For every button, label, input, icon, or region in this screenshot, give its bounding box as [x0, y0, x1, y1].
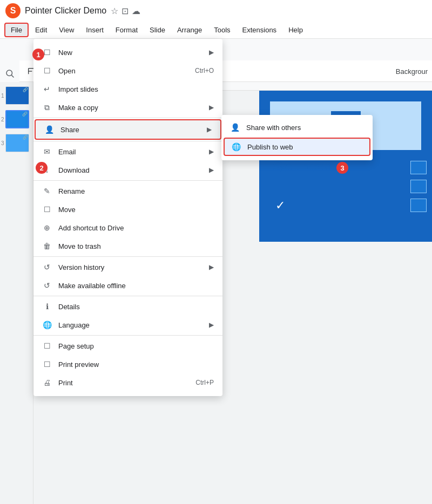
- star-icon[interactable]: ☆: [111, 6, 118, 16]
- language-arrow: ▶: [209, 321, 214, 329]
- details-icon: ℹ: [42, 302, 52, 311]
- slide-thumb-3[interactable]: 3 🔗: [5, 134, 28, 152]
- publish-icon: 🌐: [231, 142, 241, 152]
- title-bar: S Pointer Clicker Demo ☆ ⊡ ☁: [0, 0, 432, 22]
- file-menu: ☐ New ▶ ☐ Open Ctrl+O ↵ Import slides ⧉ …: [33, 39, 222, 396]
- submenu-item-share-others[interactable]: 👤 Share with others: [221, 118, 373, 137]
- menu-bar: File Edit View Insert Format Slide Arran…: [0, 22, 432, 39]
- menu-item-move[interactable]: ☐ Move: [33, 200, 222, 219]
- submenu-item-publish[interactable]: 🌐 Publish to web: [224, 138, 370, 156]
- menu-item-open[interactable]: ☐ Open Ctrl+O: [33, 62, 222, 80]
- open-icon: ☐: [42, 66, 52, 76]
- menu-item-pagesetup[interactable]: ☐ Page setup: [33, 337, 222, 355]
- download-label: Download: [58, 166, 202, 174]
- share-icon: 👤: [44, 125, 54, 134]
- menu-item-copy[interactable]: ⧉ Make a copy ▶: [33, 98, 222, 117]
- menu-group-1: ☐ New ▶ ☐ Open Ctrl+O ↵ Import slides ⧉ …: [33, 42, 222, 118]
- app-logo: S: [5, 3, 21, 18]
- menu-item-email[interactable]: ✉ Email ▶: [33, 142, 222, 161]
- version-label: Version history: [58, 263, 202, 271]
- menu-item-preview[interactable]: ☐ Print preview: [33, 355, 222, 373]
- shortcut-icon: ⊕: [42, 223, 52, 233]
- menu-item-details[interactable]: ℹ Details: [33, 297, 222, 316]
- menu-arrange[interactable]: Arrange: [172, 24, 207, 36]
- menu-help[interactable]: Help: [283, 24, 308, 36]
- small-box-1: [410, 161, 427, 174]
- menu-item-print[interactable]: 🖨 Print Ctrl+P: [33, 373, 222, 392]
- svg-point-0: [6, 70, 12, 76]
- offline-label: Make available offline: [58, 282, 214, 290]
- email-label: Email: [58, 148, 202, 156]
- step-badge-3: 3: [336, 162, 348, 174]
- slide-thumb-2[interactable]: 2 🔗: [5, 110, 28, 128]
- download-arrow: ▶: [209, 166, 214, 174]
- copy-label: Make a copy: [58, 104, 202, 112]
- menu-item-share[interactable]: 👤 Share ▶: [35, 119, 221, 140]
- checkmark-icon: ✓: [275, 199, 285, 213]
- menu-item-trash[interactable]: 🗑 Move to trash: [33, 237, 222, 255]
- preview-icon: ☐: [42, 359, 52, 369]
- link-icon-1: 🔗: [23, 87, 28, 92]
- version-icon: ↺: [42, 262, 52, 272]
- menu-view[interactable]: View: [53, 24, 79, 36]
- menu-item-new[interactable]: ☐ New ▶: [33, 43, 222, 62]
- pagesetup-icon: ☐: [42, 341, 52, 351]
- menu-item-shortcut[interactable]: ⊕ Add shortcut to Drive: [33, 219, 222, 237]
- menu-item-offline[interactable]: ↺ Make available offline: [33, 276, 222, 295]
- preview-label: Print preview: [58, 360, 214, 369]
- menu-group-4: ✎ Rename ☐ Move ⊕ Add shortcut to Drive …: [33, 181, 222, 257]
- trash-label: Move to trash: [58, 242, 214, 250]
- slide-thumb-1[interactable]: 1 🔗: [5, 86, 28, 105]
- language-icon: 🌐: [42, 320, 52, 330]
- share-label: Share: [60, 126, 200, 134]
- rename-label: Rename: [58, 187, 214, 195]
- link-icon-2: 🔗: [22, 112, 28, 117]
- slide-number-2: 2: [1, 117, 4, 122]
- open-label: Open: [58, 67, 188, 75]
- rename-icon: ✎: [42, 186, 52, 196]
- camera-icon[interactable]: ⊡: [122, 6, 129, 16]
- menu-file[interactable]: File: [4, 23, 29, 37]
- menu-insert[interactable]: Insert: [80, 24, 109, 36]
- menu-extensions[interactable]: Extensions: [237, 24, 282, 36]
- search-button[interactable]: [0, 64, 19, 83]
- print-shortcut: Ctrl+P: [195, 379, 214, 386]
- share-submenu: 👤 Share with others 🌐 Publish to web: [221, 115, 373, 160]
- new-label: New: [58, 49, 202, 57]
- open-shortcut: Ctrl+O: [195, 67, 214, 74]
- menu-edit[interactable]: Edit: [30, 24, 52, 36]
- shortcut-label: Add shortcut to Drive: [58, 224, 214, 232]
- step-badge-2: 2: [36, 162, 48, 174]
- copy-arrow: ▶: [209, 104, 214, 111]
- language-label: Language: [58, 321, 202, 329]
- menu-item-version[interactable]: ↺ Version history ▶: [33, 258, 222, 276]
- menu-group-3: ✉ Email ▶ ↓ Download ▶: [33, 141, 222, 181]
- import-icon: ↵: [42, 84, 52, 94]
- menu-item-rename[interactable]: ✎ Rename: [33, 182, 222, 200]
- share-others-icon: 👤: [230, 122, 240, 132]
- cloud-icon[interactable]: ☁: [132, 6, 140, 16]
- link-icon-3: 🔗: [23, 135, 28, 140]
- slide-panel: 1 🔗 2 🔗 3 🔗: [0, 82, 33, 504]
- background-label: Backgrour: [396, 67, 428, 75]
- import-label: Import slides: [58, 85, 214, 93]
- details-label: Details: [58, 303, 214, 311]
- menu-group-share: 👤 Share ▶ 👤 Share with others 🌐 Publish …: [33, 118, 222, 141]
- menu-item-import[interactable]: ↵ Import slides: [33, 80, 222, 98]
- menu-format[interactable]: Format: [110, 24, 143, 36]
- menu-group-7: ☐ Page setup ☐ Print preview 🖨 Print Ctr…: [33, 336, 222, 393]
- trash-icon: 🗑: [42, 241, 52, 251]
- menu-item-language[interactable]: 🌐 Language ▶: [33, 316, 222, 334]
- copy-icon: ⧉: [42, 103, 52, 112]
- menu-group-5: ↺ Version history ▶ ↺ Make available off…: [33, 257, 222, 296]
- print-icon: 🖨: [42, 378, 52, 387]
- menu-slide[interactable]: Slide: [144, 24, 171, 36]
- slide-number-1: 1: [1, 93, 4, 99]
- offline-icon: ↺: [42, 281, 52, 290]
- svg-line-1: [11, 75, 14, 77]
- slide-number-3: 3: [1, 140, 4, 146]
- email-icon: ✉: [42, 147, 52, 156]
- menu-item-download[interactable]: ↓ Download ▶: [33, 161, 222, 179]
- app-title: Pointer Clicker Demo: [25, 6, 106, 16]
- menu-tools[interactable]: Tools: [208, 24, 235, 36]
